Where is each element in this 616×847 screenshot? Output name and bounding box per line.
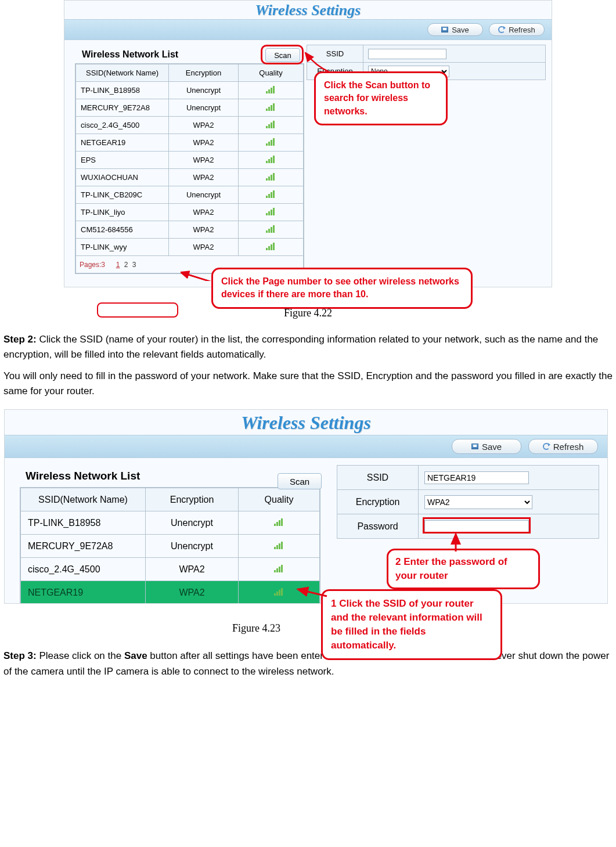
- cell-ssid: NETGEAR19: [21, 581, 146, 604]
- table-row[interactable]: TP-LINK_liyoWPA2: [76, 204, 304, 221]
- cell-enc: WPA2: [169, 169, 239, 186]
- network-table: SSID(Network Name) Encryption Quality TP…: [75, 64, 304, 273]
- ssid-input[interactable]: [368, 49, 446, 59]
- cell-quality: [239, 117, 304, 134]
- cell-ssid: TP-LINK_liyo: [76, 204, 169, 221]
- step2-lead: Step 2:: [3, 334, 37, 345]
- cell-ssid: TP-LINK_CB209C: [76, 186, 169, 204]
- ssid-input[interactable]: [424, 471, 529, 484]
- table-row[interactable]: CM512-684556WPA2: [76, 221, 304, 239]
- cell-quality: [239, 169, 304, 186]
- step3-lead: Step 3:: [3, 650, 37, 661]
- refresh-label: Refresh: [509, 26, 535, 34]
- cell-quality: [239, 82, 304, 99]
- refresh-icon: [543, 443, 550, 450]
- callout-ssid: 1 Click the SSID of your router and the …: [321, 589, 502, 659]
- cell-quality: [239, 99, 304, 117]
- callout-pager: Click the Page number to see other wirel…: [211, 268, 473, 309]
- refresh-button[interactable]: Refresh: [489, 23, 545, 36]
- cell-enc: WPA2: [169, 152, 239, 169]
- page-title: Wireless Settings: [64, 1, 552, 19]
- arrow-to-row-icon: [295, 583, 330, 601]
- figure-caption-422: Figure 4.22: [0, 307, 616, 319]
- save-label: Save: [452, 26, 469, 34]
- table-row[interactable]: TP-LINK_B18958Unencrypt: [76, 82, 304, 99]
- table-row[interactable]: cisco_2.4G_4500WPA2: [21, 558, 320, 581]
- page-title: Wireless Settings: [5, 410, 607, 435]
- save-label: Save: [482, 442, 502, 452]
- cell-enc: WPA2: [146, 581, 239, 604]
- cell-quality: [239, 134, 304, 152]
- refresh-label: Refresh: [553, 442, 584, 452]
- scan-button[interactable]: Scan: [278, 473, 322, 489]
- table-row[interactable]: TP-LINK_B18958Unencrypt: [21, 511, 320, 535]
- table-row[interactable]: TP-LINK_wyyWPA2: [76, 239, 304, 256]
- cell-ssid: MERCURY_9E72A8: [76, 99, 169, 117]
- table-row[interactable]: NETGEAR19WPA2: [76, 134, 304, 152]
- cell-enc: Unencrypt: [169, 99, 239, 117]
- refresh-button[interactable]: Refresh: [528, 439, 598, 454]
- cell-enc: WPA2: [169, 134, 239, 152]
- cell-enc: WPA2: [169, 204, 239, 221]
- cell-ssid: WUXIAOCHUAN: [76, 169, 169, 186]
- cell-ssid: EPS: [76, 152, 169, 169]
- save-icon: [441, 27, 448, 33]
- cell-quality: [239, 221, 304, 239]
- cell-ssid: TP-LINK_B18958: [21, 511, 146, 535]
- cell-quality: [239, 239, 304, 256]
- col-ssid: SSID(Network Name): [21, 488, 146, 511]
- table-row[interactable]: EPSWPA2: [76, 152, 304, 169]
- table-row[interactable]: MERCURY_9E72A8Unencrypt: [21, 535, 320, 558]
- cell-enc: Unencrypt: [169, 82, 239, 99]
- callout-scan: Click the Scan button to search for wire…: [314, 71, 448, 125]
- cell-enc: WPA2: [146, 558, 239, 581]
- table-row[interactable]: NETGEAR19WPA2: [21, 581, 320, 604]
- cell-ssid: TP-LINK_wyy: [76, 239, 169, 256]
- cell-quality: [239, 558, 320, 581]
- col-enc: Encryption: [169, 64, 239, 82]
- col-ssid: SSID(Network Name): [76, 64, 169, 82]
- wireless-settings-panel-1: Wireless Settings Save Refresh Wireless …: [64, 0, 552, 287]
- table-row[interactable]: cisco_2.4G_4500WPA2: [76, 117, 304, 134]
- cell-ssid: CM512-684556: [76, 221, 169, 239]
- cell-ssid: cisco_2.4G_4500: [21, 558, 146, 581]
- step2-para2: You will only need to fill in the passwo…: [0, 369, 616, 405]
- toolbar: Save Refresh: [5, 435, 607, 458]
- cell-quality: [239, 186, 304, 204]
- cell-quality: [239, 511, 320, 535]
- cell-enc: Unencrypt: [146, 535, 239, 558]
- save-button[interactable]: Save: [427, 23, 483, 36]
- page-link-2[interactable]: 2: [124, 261, 128, 269]
- cell-quality: [239, 204, 304, 221]
- cell-enc: Unencrypt: [169, 186, 239, 204]
- encryption-select[interactable]: WPA2: [424, 495, 532, 509]
- save-icon: [471, 444, 478, 449]
- table-row[interactable]: TP-LINK_CB209CUnencrypt: [76, 186, 304, 204]
- save-button[interactable]: Save: [452, 439, 521, 454]
- cell-enc: WPA2: [169, 221, 239, 239]
- network-table: SSID(Network Name) Encryption Quality TP…: [20, 488, 320, 604]
- cell-enc: WPA2: [169, 117, 239, 134]
- page-link-3[interactable]: 3: [132, 261, 136, 269]
- table-row[interactable]: WUXIAOCHUANWPA2: [76, 169, 304, 186]
- col-quality: Quality: [239, 488, 320, 511]
- field-ssid-label: SSID: [337, 466, 419, 490]
- callout-password: 2 Enter the password of your router: [387, 549, 540, 589]
- cell-ssid: MERCURY_9E72A8: [21, 535, 146, 558]
- cell-quality: [239, 152, 304, 169]
- pager-label: Pages:3: [80, 261, 105, 269]
- step2-para1: Step 2: Click the SSID (name of your rou…: [0, 332, 616, 369]
- scan-button[interactable]: Scan: [265, 48, 300, 62]
- cell-ssid: TP-LINK_B18958: [76, 82, 169, 99]
- password-input[interactable]: [424, 520, 529, 533]
- cell-ssid: NETGEAR19: [76, 134, 169, 152]
- page-link-1[interactable]: 1: [116, 261, 120, 269]
- cell-enc: WPA2: [169, 239, 239, 256]
- field-pw-label: Password: [337, 514, 419, 539]
- toolbar: Save Refresh: [64, 19, 552, 40]
- col-enc: Encryption: [146, 488, 239, 511]
- settings-form: SSID Encryption WPA2 Password: [337, 465, 599, 539]
- arrow-to-password-icon: [447, 531, 464, 554]
- table-row[interactable]: MERCURY_9E72A8Unencrypt: [76, 99, 304, 117]
- cell-enc: Unencrypt: [146, 511, 239, 535]
